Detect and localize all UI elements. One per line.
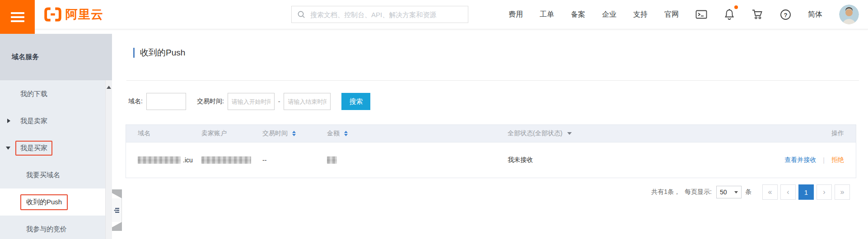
- row-amount: [327, 142, 337, 178]
- domain-filter-label: 域名:: [128, 97, 143, 106]
- per-page-unit: 条: [745, 188, 751, 196]
- select-caret-icon: [734, 191, 738, 193]
- current-page-button[interactable]: 1: [798, 184, 814, 200]
- last-page-button[interactable]: »: [835, 184, 850, 200]
- annotation-box-buyer: 我是买家: [15, 141, 52, 156]
- svg-text:?: ?: [784, 11, 788, 18]
- sidebar: 域名服务 我的下载 我是卖家 我是买家 我要买域名 收到的Push 我参与的竞价: [0, 29, 112, 239]
- console-terminal-icon[interactable]: [695, 9, 707, 19]
- top-header: 阿里云 费用 工单 备案 企业 支持 官网: [0, 0, 868, 29]
- col-actions: 操作: [831, 125, 844, 142]
- reject-link[interactable]: 拒绝: [831, 156, 844, 164]
- sort-icon-time[interactable]: [292, 131, 296, 136]
- table-row: .icu -- 我未接收 查看并接收 | 拒绝: [126, 142, 856, 178]
- row-status: 我未接收: [508, 142, 533, 178]
- row-actions: 查看并接收 | 拒绝: [784, 142, 844, 178]
- redacted-amount-blur: [327, 156, 337, 164]
- page-title: 收到的Push: [133, 47, 185, 59]
- sidebar-item-buy-domain[interactable]: 我要买域名: [0, 161, 112, 188]
- sort-icon-amount[interactable]: [344, 131, 348, 136]
- search-icon: [297, 10, 305, 18]
- start-time-input[interactable]: [228, 93, 275, 110]
- nav-billing[interactable]: 费用: [509, 10, 523, 19]
- col-amount: 金额: [327, 125, 348, 142]
- redacted-domain-blur: [138, 156, 181, 164]
- nav-tickets[interactable]: 工单: [540, 10, 554, 19]
- nav-support[interactable]: 支持: [633, 10, 648, 19]
- search-input[interactable]: [309, 10, 462, 19]
- col-transaction-time: 交易时间: [262, 125, 296, 142]
- prev-page-button[interactable]: ‹: [780, 184, 796, 200]
- domain-suffix: .icu: [183, 156, 193, 164]
- aliyun-logo[interactable]: 阿里云: [44, 0, 103, 29]
- sidebar-item-my-downloads[interactable]: 我的下载: [0, 80, 112, 107]
- nav-enterprise[interactable]: 企业: [602, 10, 616, 19]
- total-count-text: 共有1条，: [651, 188, 680, 196]
- sidebar-collapse-handle[interactable]: [112, 189, 122, 231]
- col-seller-account: 卖家账户: [201, 125, 227, 142]
- end-time-input[interactable]: [284, 93, 331, 110]
- col-status-filter[interactable]: 全部状态(全部状态): [508, 125, 572, 142]
- chevron-down-icon: [6, 147, 10, 150]
- collapse-icon: [114, 207, 120, 213]
- row-domain: .icu: [138, 142, 193, 178]
- per-page-label: 每页显示:: [685, 188, 712, 196]
- range-separator: -: [278, 98, 280, 105]
- push-table: 域名 卖家账户 交易时间 金额 全部状态(全部状态): [126, 124, 856, 178]
- main-content: 收到的Push 域名: 交易时间: - 搜索 域名 卖家账户 交易时间: [118, 29, 868, 239]
- filter-bar: 域名: 交易时间: - 搜索: [128, 92, 370, 110]
- notification-badge-dot: [734, 5, 738, 9]
- header-nav: 费用 工单 备案 企业 支持 官网: [509, 0, 859, 29]
- language-switch[interactable]: 简体: [808, 10, 822, 19]
- hamburger-menu-button[interactable]: [0, 0, 35, 34]
- title-accent-bar: [133, 48, 135, 58]
- sidebar-title: 域名服务: [0, 34, 112, 80]
- col-domain: 域名: [138, 125, 150, 142]
- redacted-account-blur: [201, 156, 251, 164]
- pagination-bar: 共有1条， 每页显示: 50 条 « ‹ 1 › »: [651, 184, 850, 200]
- help-icon[interactable]: ?: [780, 9, 791, 20]
- global-search[interactable]: [291, 6, 468, 23]
- annotation-box-received-push: 收到的Push: [20, 194, 68, 210]
- first-page-button[interactable]: «: [762, 184, 778, 200]
- sidebar-item-received-push[interactable]: 收到的Push: [0, 188, 112, 216]
- next-page-button[interactable]: ›: [817, 184, 832, 200]
- user-avatar[interactable]: [839, 5, 859, 24]
- domain-filter-input[interactable]: [146, 93, 186, 110]
- sidebar-item-i-am-buyer[interactable]: 我是买家: [0, 134, 112, 161]
- cart-icon[interactable]: [751, 9, 763, 20]
- sidebar-item-i-am-seller[interactable]: 我是卖家: [0, 107, 112, 134]
- page-size-select[interactable]: 50: [716, 186, 742, 198]
- table-header-row: 域名 卖家账户 交易时间 金额 全部状态(全部状态): [126, 125, 856, 142]
- sidebar-scrollbar[interactable]: [105, 80, 112, 239]
- sidebar-item-my-auctions[interactable]: 我参与的竞价: [0, 216, 112, 239]
- row-transaction-time: --: [262, 142, 266, 178]
- scroll-up-arrow-icon[interactable]: [107, 86, 111, 89]
- row-seller-account: [201, 142, 251, 178]
- aliyun-logo-text: 阿里云: [65, 6, 103, 23]
- aliyun-logo-icon: [44, 7, 61, 22]
- dropdown-caret-icon: [567, 132, 572, 135]
- view-and-accept-link[interactable]: 查看并接收: [784, 156, 816, 164]
- time-filter-label: 交易时间:: [197, 97, 224, 106]
- notification-bell-icon[interactable]: [724, 9, 735, 20]
- nav-website[interactable]: 官网: [664, 10, 679, 19]
- chevron-right-icon: [7, 119, 10, 123]
- nav-icp[interactable]: 备案: [571, 10, 585, 19]
- search-button[interactable]: 搜索: [341, 93, 370, 110]
- title-divider: [126, 80, 859, 81]
- action-separator: |: [823, 156, 825, 164]
